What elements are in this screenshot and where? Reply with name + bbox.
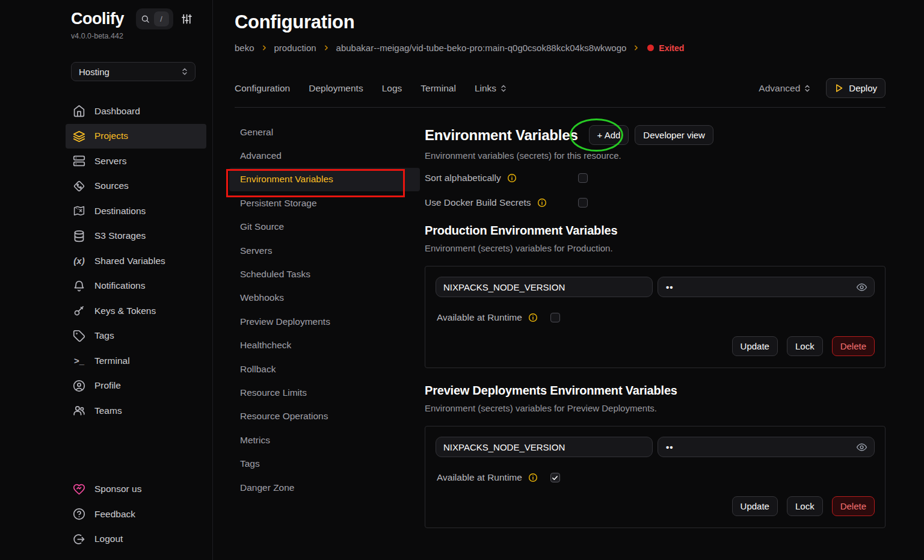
sidebar-item-dashboard[interactable]: Dashboard [66, 99, 206, 124]
info-icon[interactable] [528, 473, 538, 482]
eye-icon[interactable] [856, 442, 867, 453]
card-actions: Update Lock Delete [436, 336, 875, 356]
sidebar-item-profile[interactable]: Profile [66, 374, 206, 399]
available-at-runtime-checkbox[interactable] [550, 313, 560, 322]
breadcrumb-environment[interactable]: production [274, 43, 316, 53]
terminal-icon: >_ [73, 354, 85, 367]
env-var-card: •• Available at Runtime Update Lock [425, 266, 886, 368]
subnav-item-persistent-storage[interactable]: Persistent Storage [229, 191, 420, 215]
logout-icon [73, 533, 85, 546]
env-var-name-input[interactable] [436, 277, 653, 297]
env-var-value-field[interactable]: •• [658, 277, 875, 297]
subnav-item-environment-variables[interactable]: Environment Variables [229, 168, 420, 191]
subnav-item-resource-operations[interactable]: Resource Operations [229, 405, 420, 428]
sidebar-footer: Sponsor us Feedback Logout [66, 477, 206, 552]
chevrons-up-down-icon [499, 84, 508, 93]
subnav-item-preview-deployments[interactable]: Preview Deployments [229, 310, 420, 333]
sidebar-item-keys-tokens[interactable]: Keys & Tokens [66, 298, 206, 324]
deploy-button[interactable]: Deploy [826, 78, 886, 98]
env-var-value-field[interactable]: •• [658, 437, 875, 457]
lock-button[interactable]: Lock [787, 336, 823, 356]
sort-alphabetically-label: Sort alphabetically [425, 173, 501, 183]
tab-links[interactable]: Links [475, 83, 508, 94]
breadcrumb-resource[interactable]: abubakar--meigag/vid-tube-beko-pro:main-… [336, 43, 627, 53]
env-description: Environment variables (secrets) for this… [425, 150, 886, 161]
tabs: Configuration Deployments Logs Terminal … [235, 83, 508, 94]
search-icon [141, 14, 150, 23]
subnav-item-danger-zone[interactable]: Danger Zone [229, 476, 420, 499]
eye-icon[interactable] [856, 282, 867, 293]
chevron-right-icon [260, 44, 268, 52]
subnav-item-scheduled-tasks[interactable]: Scheduled Tasks [229, 262, 420, 286]
sidebar-item-logout[interactable]: Logout [66, 527, 206, 552]
subnav-item-healthcheck[interactable]: Healthcheck [229, 334, 420, 357]
sidebar-item-label: Notifications [94, 280, 145, 291]
configuration-content: General Advanced Environment Variables P… [235, 120, 886, 528]
delete-button[interactable]: Delete [832, 336, 875, 356]
info-icon[interactable] [537, 198, 547, 208]
sidebar-item-s3-storages[interactable]: S3 Storages [66, 224, 206, 249]
sidebar-item-projects[interactable]: Projects [66, 124, 206, 149]
tab-configuration[interactable]: Configuration [235, 83, 290, 94]
search-button[interactable]: / [136, 8, 173, 29]
sidebar-item-shared-variables[interactable]: (x) Shared Variables [66, 248, 206, 274]
sidebar-item-label: Dashboard [94, 106, 140, 117]
subnav-item-git-source[interactable]: Git Source [229, 215, 420, 239]
env-var-name-input[interactable] [436, 437, 653, 457]
breadcrumb-team[interactable]: beko [235, 43, 254, 53]
lock-button[interactable]: Lock [787, 496, 823, 516]
sidebar-item-sources[interactable]: Sources [66, 174, 206, 199]
sort-alphabetically-checkbox[interactable] [578, 173, 588, 183]
subnav-item-rollback[interactable]: Rollback [229, 357, 420, 381]
sidebar-item-label: Logout [94, 534, 123, 544]
sidebar-item-label: Tags [94, 330, 114, 341]
team-selector[interactable]: Hosting [71, 62, 196, 81]
add-env-var-button[interactable]: + Add [589, 125, 629, 145]
sidebar-item-label: Teams [94, 405, 122, 416]
sidebar-item-notifications[interactable]: Notifications [66, 274, 206, 299]
env-var-card: •• Available at Runtime Up [425, 426, 886, 528]
key-icon [73, 304, 85, 317]
sidebar: Coolify / v4.0.0-beta.442 Hosting Dashbo… [0, 0, 213, 560]
update-button[interactable]: Update [732, 496, 778, 516]
sidebar-item-tags[interactable]: Tags [66, 324, 206, 349]
sidebar-item-label: Keys & Tokens [94, 306, 156, 316]
developer-view-button[interactable]: Developer view [635, 125, 713, 145]
sidebar-item-destinations[interactable]: Destinations [66, 198, 206, 224]
subnav-item-metrics[interactable]: Metrics [229, 428, 420, 452]
sidebar-item-label: Projects [94, 131, 128, 141]
app-logo: Coolify [71, 10, 124, 28]
subnav-item-tags[interactable]: Tags [229, 452, 420, 475]
sidebar-item-terminal[interactable]: >_ Terminal [66, 348, 206, 374]
tab-deployments[interactable]: Deployments [309, 83, 363, 94]
subnav-item-servers[interactable]: Servers [229, 239, 420, 262]
subnav-item-advanced[interactable]: Advanced [229, 144, 420, 167]
tab-logs[interactable]: Logs [382, 83, 402, 94]
sidebar-item-servers[interactable]: Servers [66, 149, 206, 174]
subnav-item-general[interactable]: General [229, 120, 420, 144]
docker-build-secrets-checkbox[interactable] [578, 198, 588, 208]
sidebar-item-feedback[interactable]: Feedback [66, 502, 206, 527]
status-dot [647, 45, 654, 51]
status-label: Exited [659, 43, 684, 53]
available-at-runtime-checkbox[interactable] [550, 473, 560, 482]
masked-value: •• [666, 442, 674, 452]
advanced-menu[interactable]: Advanced [759, 83, 812, 94]
preview-section-title: Preview Deployments Environment Variable… [425, 384, 886, 398]
tab-terminal[interactable]: Terminal [420, 83, 456, 94]
preview-section-description: Environment (secrets) variables for Prev… [425, 403, 886, 413]
sidebar-item-label: Servers [94, 156, 126, 167]
info-icon[interactable] [507, 173, 517, 183]
delete-button[interactable]: Delete [832, 496, 875, 516]
sort-alphabetically-row: Sort alphabetically [425, 173, 886, 183]
team-selector-value: Hosting [79, 67, 109, 77]
subnav-item-webhooks[interactable]: Webhooks [229, 286, 420, 310]
sliders-icon[interactable] [180, 13, 193, 25]
server-icon [73, 155, 85, 167]
info-icon[interactable] [528, 313, 538, 322]
subnav-item-resource-limits[interactable]: Resource Limits [229, 381, 420, 404]
update-button[interactable]: Update [732, 336, 778, 356]
sidebar-item-sponsor-us[interactable]: Sponsor us [66, 477, 206, 502]
breadcrumb: beko production abubakar--meigag/vid-tub… [235, 43, 886, 53]
sidebar-item-teams[interactable]: Teams [66, 398, 206, 423]
